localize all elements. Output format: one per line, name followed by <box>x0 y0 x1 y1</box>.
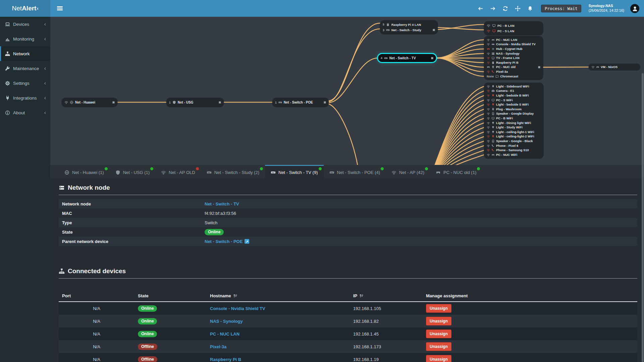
node-label: Raspberry Pi 4 LAN <box>391 23 421 26</box>
info-value: Net - Switch - TV <box>205 201 637 206</box>
node-label: Chromecast <box>500 75 518 78</box>
host-name: Synology-NAS <box>589 4 624 8</box>
unassign-button[interactable]: Unassign <box>426 329 451 338</box>
unassign-button[interactable]: Unassign <box>426 304 451 313</box>
device-list-study[interactable]: PC - B LANPC - S LAN <box>484 21 543 35</box>
hostname-link[interactable]: PC - NUC LAN <box>210 331 239 337</box>
node-label: PC - NUC LAN <box>496 38 517 42</box>
refresh-icon[interactable] <box>502 6 508 11</box>
app-logo[interactable]: NetAlertx <box>0 0 50 17</box>
wifi-icon <box>487 99 490 102</box>
bulb-icon <box>491 135 495 138</box>
node-label: Net - Huawei <box>75 101 95 104</box>
wifi-icon <box>487 24 490 27</box>
sidebar-item-integrations[interactable]: Integrations‹ <box>0 90 50 105</box>
arrow-left-icon[interactable] <box>478 6 483 11</box>
node-row: Camera - E1 <box>487 89 541 94</box>
vertical-scrollbar[interactable] <box>642 73 644 362</box>
move-icon[interactable] <box>515 6 521 11</box>
node-label: Phone - Samsung S10 <box>496 148 529 152</box>
bell-icon[interactable] <box>527 6 533 11</box>
node-label: PC - NUC old <box>496 65 516 69</box>
device-row: N/AOfflinePixel-3a192.168.1.173Unassign <box>59 340 637 353</box>
info-row-network-node: Network nodeNet - Switch - TV <box>59 199 637 208</box>
node-label: Net - USG <box>178 101 194 104</box>
bulb-icon <box>491 103 495 106</box>
unassign-button[interactable]: Unassign <box>426 342 451 351</box>
gear-icon <box>5 81 10 86</box>
sidebar-item-about[interactable]: About‹ <box>0 105 50 120</box>
node-label: Light - bedside S WiFi <box>496 103 529 106</box>
section-title-connected-devices: Connected devices <box>59 267 637 275</box>
sidebar-item-devices[interactable]: Devices‹ <box>0 17 50 32</box>
node-net-huawei[interactable]: Net - Huawei <box>62 98 117 107</box>
node-net-switch-poe[interactable]: 1Net - Switch - POE <box>272 98 329 107</box>
switch-icon <box>271 170 276 175</box>
tab-net-usg-1[interactable]: Net - USG (1) <box>110 165 155 179</box>
node-label: PC - S WiFi <box>496 99 513 102</box>
tab-net-switch-tv-9[interactable]: Net - Switch - TV (9) <box>265 165 324 179</box>
monitor-icon <box>491 99 495 102</box>
bulb-icon <box>491 94 495 97</box>
wifi-icon <box>64 101 68 104</box>
sidebar-item-label: Devices <box>13 22 29 27</box>
tab-net-switch-study-2[interactable]: Net - Switch - Study (2) <box>201 165 265 179</box>
sidebar-item-monitoring[interactable]: Monitoring‹ <box>0 32 50 46</box>
laptop-icon <box>5 22 10 27</box>
hostname-link[interactable]: NAS - Synology <box>210 319 243 324</box>
hostname-link[interactable]: Console - Nvidia Shield TV <box>210 306 265 311</box>
tab-label: Net - Switch - Study (2) <box>214 170 259 175</box>
device-list-ap[interactable]: Light - Sideboard WiFiCamera - E1Light -… <box>484 83 543 159</box>
wifi-icon <box>487 135 490 138</box>
node-label: VM - NixOS <box>601 65 618 69</box>
column-header-label: Port <box>62 293 71 298</box>
column-header-label: State <box>138 293 149 298</box>
column-header-manage-assignment: Manage assignment <box>423 293 637 298</box>
tab-net-huawei-1[interactable]: Net - Huawei (1) <box>59 165 110 179</box>
info-value: f4:92:bf:a3:f3:56 <box>205 211 637 216</box>
node-net-usg[interactable]: 1Net - USG <box>166 98 224 107</box>
info-link[interactable]: Net - Switch - TV <box>205 201 239 206</box>
globe-icon <box>64 170 69 175</box>
node-group-study[interactable]: 5Raspberry Pi 4 LAN3Net - Switch - Study <box>380 20 438 34</box>
node-vm-nixos[interactable]: VM - NixOS <box>589 64 640 70</box>
column-header-hostname[interactable]: Hostname <box>207 293 350 298</box>
network-topology-diagram[interactable]: Net - Huawei1Net - USG1Net - Switch - PO… <box>50 17 644 165</box>
hostname-link[interactable]: Raspberry Pi B <box>210 357 241 362</box>
node-row: PC - B LAN <box>487 23 540 28</box>
column-header-ip[interactable]: IP <box>350 293 423 298</box>
info-link[interactable]: Net - Switch - POE <box>205 239 243 244</box>
tab-net-switch-poe-4[interactable]: Net - Switch - POE (4) <box>324 165 386 179</box>
menu-toggle-button[interactable] <box>55 4 65 13</box>
wifi-icon <box>391 170 396 175</box>
node-row: 1Net - USG <box>169 98 221 107</box>
wifi-icon <box>487 117 490 120</box>
user-avatar[interactable] <box>630 4 639 13</box>
unassign-button[interactable]: Unassign <box>426 355 451 362</box>
sidebar-item-maintenance[interactable]: Maintenance‹ <box>0 61 50 76</box>
node-row: Light - Dining light WiFi <box>487 121 541 125</box>
camera-icon <box>491 89 495 93</box>
chevron-left-icon: ‹ <box>44 66 50 71</box>
device-list-switch-tv[interactable]: PC - NUC LANConsole - Nvidia Shield TVHu… <box>484 36 543 80</box>
node-row: Phone - Pixel 6 <box>487 143 541 148</box>
raspberry-icon <box>386 23 390 26</box>
info-row-parent-network-device: Parent network deviceNet - Switch - POE↗ <box>59 237 637 246</box>
node-net-switch-tv[interactable]: 4Net - Switch - TV <box>378 54 436 62</box>
hostname-link[interactable]: Pixel-3a <box>210 344 226 349</box>
tab-label: PC - NUC old (1) <box>443 170 476 175</box>
unassign-button[interactable]: Unassign <box>426 317 451 325</box>
external-link-icon[interactable]: ↗ <box>245 239 249 244</box>
cell-state: Online <box>135 305 207 312</box>
sidebar-item-network[interactable]: Network <box>0 46 50 61</box>
cell-manage: Unassign <box>423 329 637 338</box>
node-label: PC - NUC WiFi <box>496 153 517 157</box>
chevron-left-icon: ‹ <box>44 36 50 42</box>
node-row: Speaker - Google Display <box>487 112 541 116</box>
arrow-right-icon[interactable] <box>490 6 496 11</box>
tab-net-ap-old[interactable]: Net - AP OLD <box>155 165 201 179</box>
switch-icon <box>386 28 390 32</box>
tab-net-ap-42[interactable]: Net - AP (42) <box>386 165 430 179</box>
tab-pc-nuc-old-1[interactable]: PC - NUC old (1) <box>430 165 482 179</box>
sidebar-item-settings[interactable]: Settings‹ <box>0 76 50 90</box>
